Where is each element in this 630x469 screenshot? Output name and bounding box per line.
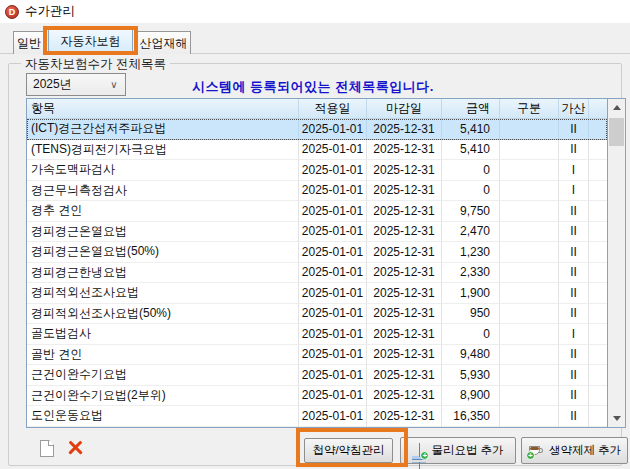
- cell-category: [500, 222, 559, 243]
- cell-category: [500, 263, 559, 284]
- chevron-down-icon: ∨: [107, 78, 121, 92]
- table-row[interactable]: 경피경근온열요법(50%) 2025-01-01 2025-12-31 1,23…: [27, 242, 607, 263]
- column-header-end[interactable]: 마감일: [367, 99, 442, 118]
- table-row[interactable]: 경피적외선조사요법 2025-01-01 2025-12-31 1,900 II: [27, 283, 607, 304]
- add-physiotherapy-button[interactable]: 물리요법 추가: [400, 437, 516, 464]
- column-header-start[interactable]: 적용일: [299, 99, 367, 118]
- cell-start: 2025-01-01: [299, 324, 367, 345]
- cell-amount: 950: [442, 304, 500, 325]
- cell-category: [500, 406, 559, 427]
- cell-start: 2025-01-01: [299, 119, 367, 140]
- scroll-up-icon[interactable]: [608, 99, 625, 116]
- table-row[interactable]: 가속도맥파검사 2025-01-01 2025-12-31 0 I: [27, 160, 607, 181]
- system-info-text: 시스템에 등록되어있는 전체목록입니다.: [192, 78, 434, 96]
- window-titlebar: D 수가관리: [0, 0, 630, 23]
- cell-surcharge: II: [559, 406, 589, 427]
- delete-x-icon[interactable]: [66, 439, 84, 457]
- cell-end: 2025-12-31: [367, 140, 442, 161]
- column-header-surcharge[interactable]: 가산: [559, 99, 589, 118]
- table-row[interactable]: 골도법검사 2025-01-01 2025-12-31 0 I: [27, 324, 607, 345]
- window-icon: D: [5, 5, 19, 19]
- cell-start: 2025-01-01: [299, 263, 367, 284]
- column-header-item[interactable]: 항목: [27, 99, 299, 118]
- cell-amount: 2,470: [442, 222, 500, 243]
- cell-end: 2025-12-31: [367, 222, 442, 243]
- cell-surcharge: II: [559, 201, 589, 222]
- add-herbal-label: 생약제제 추가: [549, 443, 621, 458]
- cell-filler: [589, 283, 607, 304]
- cell-category: [500, 119, 559, 140]
- year-select[interactable]: 2025년 ∨: [26, 73, 126, 96]
- cell-start: 2025-01-01: [299, 386, 367, 407]
- table-row[interactable]: 근건이완수기요법(2부위) 2025-01-01 2025-12-31 8,90…: [27, 386, 607, 407]
- vertical-scrollbar[interactable]: [607, 99, 625, 427]
- cell-start: 2025-01-01: [299, 160, 367, 181]
- cell-surcharge: II: [559, 222, 589, 243]
- cell-start: 2025-01-01: [299, 140, 367, 161]
- cell-end: 2025-12-31: [367, 181, 442, 202]
- cell-amount: 2,330: [442, 263, 500, 284]
- cell-surcharge: II: [559, 345, 589, 366]
- add-herbal-medicine-button[interactable]: 생약제제 추가: [521, 437, 628, 464]
- cell-end: 2025-12-31: [367, 386, 442, 407]
- cell-item: (TENS)경피전기자극요법: [27, 140, 299, 161]
- cell-start: 2025-01-01: [299, 365, 367, 386]
- cell-filler: [589, 181, 607, 202]
- table-row[interactable]: 경피적외선조사요법(50%) 2025-01-01 2025-12-31 950…: [27, 304, 607, 325]
- cell-filler: [589, 263, 607, 284]
- fee-table: ▲ 항목 적용일 마감일 금액 구분 가산 (ICT)경근간섭저주파요법 202…: [26, 98, 626, 428]
- table-row[interactable]: (ICT)경근간섭저주파요법 2025-01-01 2025-12-31 5,4…: [27, 119, 607, 140]
- cell-amount: 16,350: [442, 406, 500, 427]
- cell-filler: [589, 242, 607, 263]
- table-row[interactable]: 경근무늬측정검사 2025-01-01 2025-12-31 0 I: [27, 181, 607, 202]
- table-add-icon: [412, 444, 426, 457]
- cell-filler: [589, 365, 607, 386]
- tab-general[interactable]: 일반: [13, 31, 45, 54]
- cell-amount: 0: [442, 181, 500, 202]
- cell-start: 2025-01-01: [299, 345, 367, 366]
- cell-item: (ICT)경근간섭저주파요법: [27, 119, 299, 140]
- table-row[interactable]: 골반 견인 2025-01-01 2025-12-31 9,480 II: [27, 345, 607, 366]
- table-row[interactable]: 도인운동요법 2025-01-01 2025-12-31 16,350 II: [27, 406, 607, 427]
- cell-surcharge: II: [559, 386, 589, 407]
- scroll-down-icon[interactable]: [608, 410, 625, 427]
- cell-filler: [589, 345, 607, 366]
- column-header-category[interactable]: 구분: [500, 99, 559, 118]
- cell-amount: 5,930: [442, 365, 500, 386]
- table-row[interactable]: 근건이완수기요법 2025-01-01 2025-12-31 5,930 II: [27, 365, 607, 386]
- tab-industrial[interactable]: 산업재해: [136, 31, 191, 54]
- cell-amount: 9,480: [442, 345, 500, 366]
- cell-filler: [589, 222, 607, 243]
- cell-amount: 0: [442, 160, 500, 181]
- column-header-filler: [589, 99, 607, 118]
- tab-auto-insurance[interactable]: 자동차보험: [48, 28, 133, 54]
- cell-filler: [589, 201, 607, 222]
- cell-item: 골반 견인: [27, 345, 299, 366]
- cell-category: [500, 365, 559, 386]
- cell-end: 2025-12-31: [367, 242, 442, 263]
- table-row[interactable]: 경피경근한냉요법 2025-01-01 2025-12-31 2,330 II: [27, 263, 607, 284]
- herbal-acupuncture-manage-button[interactable]: 첩약/약침관리: [304, 438, 393, 463]
- cell-surcharge: II: [559, 365, 589, 386]
- cell-item: 근건이완수기요법(2부위): [27, 386, 299, 407]
- new-document-icon[interactable]: [40, 440, 54, 457]
- table-row[interactable]: 경피경근온열요법 2025-01-01 2025-12-31 2,470 II: [27, 222, 607, 243]
- table-header: ▲ 항목 적용일 마감일 금액 구분 가산: [27, 99, 607, 119]
- column-header-amount[interactable]: 금액: [442, 99, 500, 118]
- cell-start: 2025-01-01: [299, 242, 367, 263]
- cell-category: [500, 345, 559, 366]
- scrollbar-thumb[interactable]: [609, 118, 624, 146]
- cell-amount: 9,750: [442, 201, 500, 222]
- table-row[interactable]: (TENS)경피전기자극요법 2025-01-01 2025-12-31 5,4…: [27, 140, 607, 161]
- add-physiotherapy-label: 물리요법 추가: [431, 443, 503, 458]
- year-select-value: 2025년: [33, 76, 72, 93]
- cell-item: 골도법검사: [27, 324, 299, 345]
- cell-item: 경피적외선조사요법: [27, 283, 299, 304]
- sort-ascending-icon[interactable]: ▲: [34, 105, 41, 112]
- cell-filler: [589, 386, 607, 407]
- table-row[interactable]: 경추 견인 2025-01-01 2025-12-31 9,750 II: [27, 201, 607, 222]
- window-title: 수가관리: [25, 3, 75, 20]
- cell-amount: 5,410: [442, 140, 500, 161]
- cell-amount: 5,410: [442, 119, 500, 140]
- cell-category: [500, 242, 559, 263]
